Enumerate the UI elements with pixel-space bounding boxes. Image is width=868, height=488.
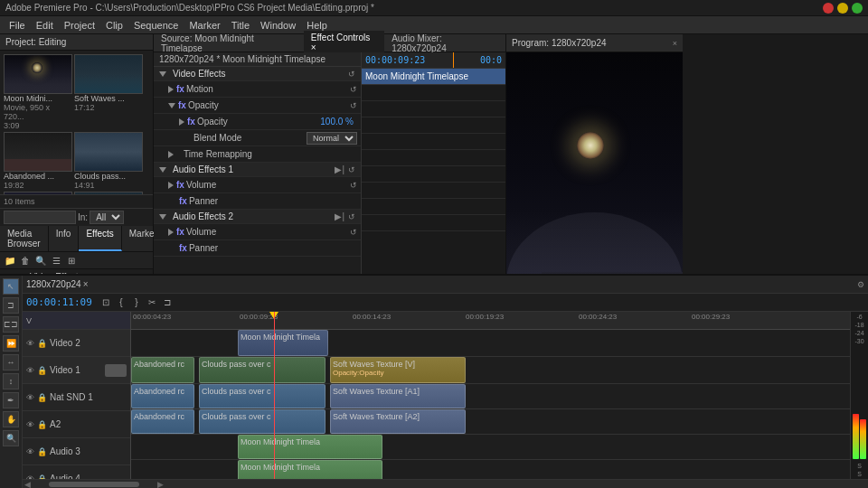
tl-eye-a2[interactable]: 👁 <box>26 420 34 429</box>
tool-slip[interactable]: ↔ <box>3 354 19 371</box>
close-btn[interactable] <box>823 3 834 14</box>
project-item-moon[interactable]: Moon Midni... Movie, 950 x 720... 3:09 <box>4 54 72 130</box>
tl-lock-a2[interactable]: 🔒 <box>37 420 47 429</box>
audio-effects-1-section[interactable]: Audio Effects 1 ▶| ↺ <box>154 163 361 177</box>
tool-ripple[interactable]: ⊐ <box>3 297 19 314</box>
tl-eye-v2[interactable]: 👁 <box>26 339 34 348</box>
opacity-row[interactable]: fx Opacity ↺ <box>154 98 361 114</box>
clip-label-a2-abandoned: Abandoned rc <box>134 412 192 421</box>
program-title: Program: 1280x720p24 <box>512 38 607 48</box>
tab-info[interactable]: Info <box>49 226 80 251</box>
tab-source[interactable]: Source: Moon Midnight Timelapse <box>154 32 304 55</box>
volume1-row[interactable]: fx Volume ↺ <box>154 177 361 193</box>
tl-btn-extract[interactable]: ✂ <box>146 296 158 309</box>
clip-a1-clouds[interactable]: Clouds pass over c <box>199 384 326 408</box>
reset-vol1[interactable]: ↺ <box>350 181 357 190</box>
reset-opacity[interactable]: ↺ <box>350 101 357 110</box>
new-bin-btn[interactable]: 📁 <box>4 254 16 267</box>
audio-effects-2-section[interactable]: Audio Effects 2 ▶| ↺ <box>154 210 361 224</box>
opacity-value[interactable]: 100.0 % <box>320 117 354 127</box>
opacity-value-row[interactable]: fx Opacity 100.0 % <box>154 114 361 130</box>
tl-eye-v1[interactable]: 👁 <box>26 366 34 375</box>
motion-row[interactable]: fx Motion ↺ <box>154 81 361 98</box>
tool-pen[interactable]: ✒ <box>3 392 19 408</box>
min-btn[interactable] <box>837 3 848 14</box>
project-item-abandoned[interactable]: Abandoned ... 19:82 <box>4 132 72 190</box>
reset-video-btn[interactable]: ↺ <box>348 70 355 79</box>
clip-a2-waves[interactable]: Soft Waves Texture [A2] <box>330 409 466 434</box>
time-remap-row[interactable]: Time Remapping <box>154 146 361 163</box>
reset-vol2[interactable]: ↺ <box>350 228 357 237</box>
reset-motion[interactable]: ↺ <box>350 85 357 94</box>
tool-zoom[interactable]: 🔍 <box>3 430 19 446</box>
tool-slide[interactable]: ↕ <box>3 373 19 389</box>
clip-a1-abandoned[interactable]: Abandoned rc <box>131 384 194 408</box>
max-btn[interactable] <box>852 3 863 14</box>
tl-lock-v2[interactable]: 🔒 <box>37 339 47 348</box>
in-select[interactable]: All <box>90 211 124 224</box>
find-btn[interactable]: 🔍 <box>34 254 47 267</box>
tab-effects[interactable]: Effects <box>79 226 121 251</box>
menu-project[interactable]: Project <box>59 20 100 31</box>
timeline-close[interactable]: × <box>83 279 89 289</box>
tool-rolling[interactable]: ⊏⊐ <box>3 316 19 333</box>
scroll-thumb[interactable] <box>49 482 139 487</box>
tl-lock-a1[interactable]: 🔒 <box>37 393 47 402</box>
reset-audio1[interactable]: ↺ <box>348 165 355 174</box>
clip-a3-moon[interactable]: Moon Midnight Timela <box>238 435 382 459</box>
tl-btn-mark-in[interactable]: { <box>115 296 127 309</box>
blend-mode-select[interactable]: Normal <box>307 132 357 145</box>
search-input[interactable] <box>4 211 76 224</box>
timeline-scrollbar[interactable]: ◀ ▶ <box>23 479 868 488</box>
clip-v1-clouds[interactable]: Clouds pass over c <box>199 357 326 383</box>
project-item-waves[interactable]: Soft Waves ... 17:12 <box>74 54 143 130</box>
clip-a4-moon[interactable]: Moon Midnight Timela <box>238 460 382 479</box>
menu-file[interactable]: File <box>4 20 31 31</box>
scroll-left-arrow[interactable]: ◀ <box>24 480 31 489</box>
audio2-send-btn[interactable]: ▶| <box>335 211 344 221</box>
tl-btn-lift[interactable]: ⊐ <box>161 296 174 309</box>
program-close[interactable]: × <box>673 39 677 48</box>
clip-a2-clouds[interactable]: Clouds pass over c <box>199 409 326 434</box>
tl-btn-mark-out[interactable]: } <box>130 296 143 309</box>
menu-clip[interactable]: Clip <box>100 20 128 31</box>
timeline-settings[interactable]: ⚙ <box>857 280 864 289</box>
menu-edit[interactable]: Edit <box>31 20 59 31</box>
iconview-btn[interactable]: ⊞ <box>65 254 78 267</box>
tl-lock-v1[interactable]: 🔒 <box>37 366 47 375</box>
panner2-row[interactable]: fx Panner <box>154 240 361 257</box>
clip-v2-moon[interactable]: Moon Midnight Timela <box>238 330 328 356</box>
tool-select[interactable]: ↖ <box>3 278 19 295</box>
tool-rate[interactable]: ⏩ <box>3 335 19 352</box>
tab-effect-controls[interactable]: Effect Controls × <box>304 31 384 55</box>
menu-sequence[interactable]: Sequence <box>128 20 184 31</box>
tl-lock-a3[interactable]: 🔒 <box>37 447 47 456</box>
listview-btn[interactable]: ☰ <box>50 254 62 267</box>
timeline-current-time: 00:00:11:09 <box>26 296 92 308</box>
menu-help[interactable]: Help <box>301 20 333 31</box>
triangle-opacity <box>168 103 175 108</box>
timeline-tab[interactable]: 1280x720p24 × <box>26 279 88 289</box>
menu-marker[interactable]: Marker <box>184 20 225 31</box>
delete-btn[interactable]: 🗑 <box>19 254 32 267</box>
tab-media-browser[interactable]: Media Browser <box>0 226 49 251</box>
menu-title[interactable]: Title <box>226 20 255 31</box>
timeline-tools: ↖ ⊐ ⊏⊐ ⏩ ↔ ↕ ✒ ✋ 🔍 <box>0 276 23 488</box>
reset-audio2[interactable]: ↺ <box>348 212 355 221</box>
project-item-clouds[interactable]: Clouds pass... 14:91 <box>74 132 143 190</box>
tl-eye-a1[interactable]: 👁 <box>26 393 34 402</box>
audio1-send-btn[interactable]: ▶| <box>335 164 344 174</box>
tl-btn-add-mark[interactable]: ⊡ <box>99 296 112 309</box>
menu-window[interactable]: Window <box>255 20 301 31</box>
volume2-row[interactable]: fx Volume ↺ <box>154 224 361 240</box>
clip-v1-abandoned[interactable]: Abandoned rc <box>131 357 194 383</box>
tab-audio-mixer[interactable]: Audio Mixer: 1280x720p24 <box>384 32 505 55</box>
panner1-row[interactable]: fx Panner <box>154 193 361 210</box>
clip-a1-waves[interactable]: Soft Waves Texture [A1] <box>330 384 466 408</box>
video-effects-section[interactable]: Video Effects ↺ <box>154 67 361 81</box>
clip-v1-waves[interactable]: Soft Waves Texture [V] Opacity:Opacity <box>330 357 466 383</box>
clip-a2-abandoned[interactable]: Abandoned rc <box>131 409 194 434</box>
tl-eye-a3[interactable]: 👁 <box>26 447 34 456</box>
tool-hand[interactable]: ✋ <box>3 411 19 427</box>
scroll-right-arrow[interactable]: ▶ <box>157 480 164 489</box>
